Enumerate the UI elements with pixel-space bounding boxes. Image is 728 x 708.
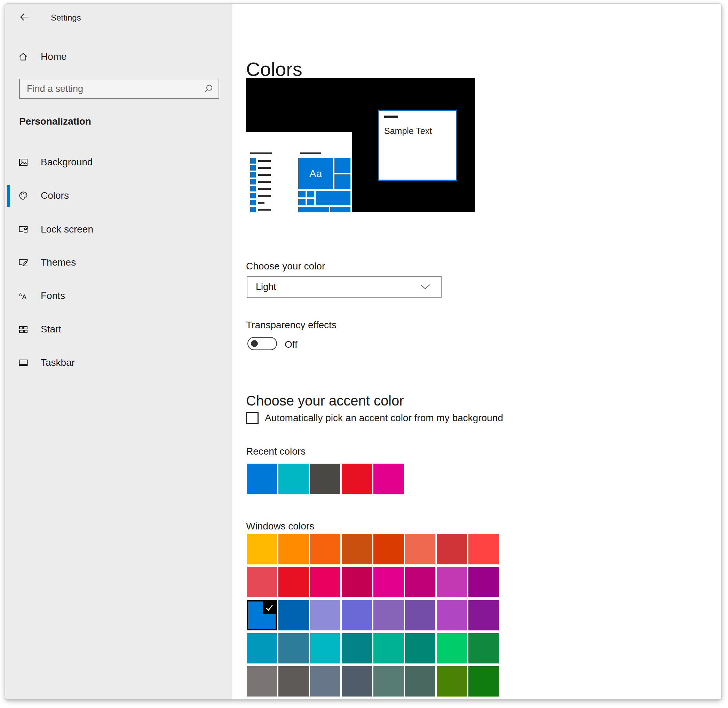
- sample-text-window: Sample Text: [378, 110, 457, 181]
- windows-color-swatch[interactable]: [468, 633, 499, 663]
- windows-color-swatch[interactable]: [310, 666, 340, 696]
- recent-color-swatch[interactable]: [310, 464, 340, 494]
- windows-color-swatch[interactable]: [437, 600, 467, 630]
- preview-aa-tile: Aa: [298, 158, 333, 189]
- windows-color-swatch[interactable]: [373, 600, 404, 630]
- windows-color-swatch[interactable]: [278, 633, 309, 663]
- color-mode-dropdown[interactable]: Light: [247, 276, 442, 297]
- toggle-knob: [251, 340, 258, 347]
- windows-color-swatch[interactable]: [310, 534, 340, 564]
- windows-color-swatch[interactable]: [437, 534, 467, 564]
- sidebar-item-lock-screen[interactable]: Lock screen: [5, 218, 232, 241]
- recent-color-swatch[interactable]: [278, 464, 309, 494]
- windows-color-swatch[interactable]: [405, 666, 435, 696]
- windows-color-swatch[interactable]: [405, 633, 435, 663]
- windows-color-swatch[interactable]: [342, 633, 372, 663]
- search-box[interactable]: [19, 79, 219, 99]
- fonts-icon: A A: [18, 291, 29, 301]
- preview-tile: [307, 191, 314, 197]
- theme-preview: Aa Sample Text: [246, 78, 475, 212]
- choose-color-label: Choose your color: [246, 260, 325, 272]
- windows-color-swatch[interactable]: [342, 666, 372, 696]
- accent-heading: Choose your accent color: [246, 393, 404, 408]
- windows-color-swatch[interactable]: [437, 567, 467, 597]
- svg-text:A: A: [22, 293, 27, 301]
- recent-color-swatch[interactable]: [342, 464, 372, 494]
- windows-color-swatch[interactable]: [278, 534, 309, 564]
- auto-accent-checkbox[interactable]: [246, 412, 258, 424]
- sample-text: Sample Text: [384, 126, 432, 136]
- windows-color-swatch[interactable]: [373, 666, 404, 696]
- windows-color-swatch[interactable]: [468, 666, 499, 696]
- windows-color-swatch[interactable]: [342, 534, 372, 564]
- themes-icon: [18, 257, 29, 268]
- app-title: Settings: [51, 13, 81, 23]
- sidebar-item-label: Start: [41, 324, 61, 335]
- sidebar-item-label: Taskbar: [41, 357, 75, 368]
- sidebar-item-label: Fonts: [41, 290, 65, 302]
- sidebar-item-taskbar[interactable]: Taskbar: [5, 351, 232, 374]
- transparency-label: Transparency effects: [246, 319, 336, 331]
- windows-color-swatch[interactable]: [342, 567, 372, 597]
- windows-colors-grid: [247, 534, 499, 696]
- lock-screen-icon: [18, 224, 29, 235]
- preview-tile: [316, 191, 350, 205]
- sidebar-item-label: Home: [41, 51, 67, 62]
- search-input[interactable]: [20, 84, 203, 94]
- section-label: Personalization: [19, 116, 91, 127]
- windows-color-swatch[interactable]: [405, 534, 435, 564]
- windows-color-swatch[interactable]: [247, 534, 277, 564]
- sidebar: Settings Home Personalization: [5, 4, 232, 699]
- windows-color-swatch[interactable]: [468, 567, 499, 597]
- main-content: Colors Aa: [232, 4, 721, 699]
- sidebar-item-label: Lock screen: [41, 224, 93, 235]
- windows-color-swatch[interactable]: [310, 600, 340, 630]
- windows-color-swatch[interactable]: [405, 600, 435, 630]
- windows-color-swatch[interactable]: [468, 600, 499, 630]
- preview-tile: [334, 158, 350, 173]
- back-arrow-icon[interactable]: [19, 12, 30, 22]
- colors-icon: [18, 190, 29, 201]
- windows-color-swatch[interactable]: [310, 633, 340, 663]
- transparency-state: Off: [285, 339, 297, 351]
- windows-color-swatch[interactable]: [247, 666, 277, 696]
- transparency-toggle[interactable]: [247, 337, 277, 350]
- sidebar-item-background[interactable]: Background: [5, 151, 232, 173]
- recent-colors-grid: [247, 464, 404, 494]
- windows-color-swatch[interactable]: [247, 567, 277, 597]
- windows-color-swatch[interactable]: [310, 567, 340, 597]
- sidebar-item-home[interactable]: Home: [5, 46, 232, 68]
- windows-color-swatch[interactable]: [373, 567, 404, 597]
- windows-color-swatch[interactable]: [278, 666, 309, 696]
- auto-accent-row[interactable]: Automatically pick an accent color from …: [246, 412, 503, 424]
- sidebar-item-label: Background: [41, 157, 93, 168]
- preview-tile: [334, 174, 350, 189]
- windows-color-swatch[interactable]: [373, 534, 404, 564]
- windows-color-swatch[interactable]: [437, 666, 467, 696]
- sidebar-item-colors[interactable]: Colors: [5, 184, 232, 207]
- search-icon[interactable]: [203, 84, 214, 94]
- windows-color-swatch[interactable]: [468, 534, 499, 564]
- recent-color-swatch[interactable]: [373, 464, 404, 494]
- windows-color-swatch[interactable]: [342, 600, 372, 630]
- windows-color-swatch[interactable]: [247, 633, 277, 663]
- settings-window: Settings Home Personalization: [5, 3, 722, 700]
- preview-tile: [298, 199, 306, 205]
- windows-color-swatch[interactable]: [278, 600, 309, 630]
- preview-menu-mockup: [250, 152, 278, 212]
- sidebar-item-start[interactable]: Start: [5, 318, 232, 340]
- sidebar-item-label: Themes: [41, 257, 76, 268]
- preview-tiles-header: [300, 152, 321, 154]
- windows-color-swatch[interactable]: [437, 633, 467, 663]
- start-icon: [18, 324, 29, 335]
- recent-colors-label: Recent colors: [246, 445, 306, 457]
- sidebar-item-fonts[interactable]: A A Fonts: [5, 285, 232, 307]
- windows-color-swatch[interactable]: [405, 567, 435, 597]
- recent-color-swatch[interactable]: [247, 464, 277, 494]
- preview-tile: [330, 207, 350, 212]
- windows-color-swatch[interactable]: [373, 633, 404, 663]
- windows-color-swatch[interactable]: [278, 567, 309, 597]
- windows-color-swatch[interactable]: [247, 600, 277, 630]
- preview-tile: [298, 191, 306, 197]
- sidebar-item-themes[interactable]: Themes: [5, 251, 232, 274]
